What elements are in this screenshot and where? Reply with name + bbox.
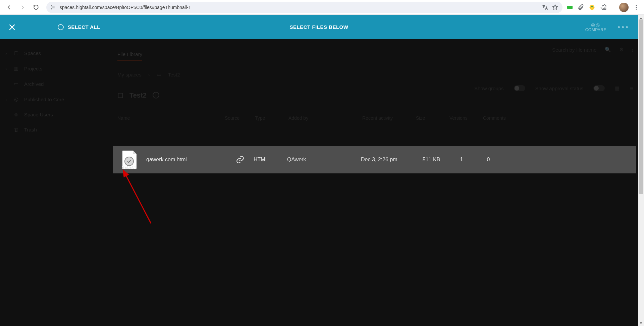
compare-label: COMPARE xyxy=(585,28,606,32)
separator xyxy=(613,4,613,11)
selection-toolbar: SELECT ALL SELECT FILES BELOW ◎◎ COMPARE xyxy=(0,15,638,39)
file-added-by: QAwerk xyxy=(287,157,361,163)
svg-point-2 xyxy=(590,5,595,10)
svg-point-3 xyxy=(636,5,637,6)
file-size: 511 KB xyxy=(415,157,448,163)
file-type: HTML xyxy=(254,157,287,163)
browser-extensions xyxy=(567,3,641,12)
browser-menu-icon[interactable] xyxy=(633,4,639,10)
link-icon xyxy=(227,155,254,164)
check-icon xyxy=(124,157,134,166)
browser-toolbar: spaces.hightail.com/space/BplIoOP5C0/fil… xyxy=(0,0,644,15)
compare-button[interactable]: ◎◎ COMPARE xyxy=(585,22,606,32)
scrollbar-thumb[interactable] xyxy=(639,19,643,194)
address-bar[interactable]: spaces.hightail.com/space/BplIoOP5C0/fil… xyxy=(46,2,562,13)
reload-button[interactable] xyxy=(30,2,42,13)
back-button[interactable] xyxy=(3,2,15,13)
extensions-puzzle-icon[interactable] xyxy=(600,4,607,11)
svg-point-0 xyxy=(51,5,52,6)
file-row[interactable]: SELECT qawerk.com.html HTML QAwerk Dec 3… xyxy=(113,146,636,173)
bookmark-star-icon[interactable] xyxy=(552,4,558,11)
svg-point-1 xyxy=(51,8,52,9)
scroll-down-icon[interactable]: ▼ xyxy=(638,320,644,326)
file-comments: 0 xyxy=(475,157,502,163)
forward-button[interactable] xyxy=(17,2,28,13)
extension-clip-icon[interactable] xyxy=(577,4,584,11)
url-text: spaces.hightail.com/space/BplIoOP5C0/fil… xyxy=(60,5,191,10)
select-all-button[interactable]: SELECT ALL xyxy=(58,24,100,30)
translate-icon[interactable] xyxy=(542,4,548,11)
file-name[interactable]: qawerk.com.html xyxy=(146,157,227,163)
vertical-scrollbar[interactable]: ▲ ▼ xyxy=(638,15,644,326)
file-versions: 1 xyxy=(448,157,475,163)
more-actions-button[interactable] xyxy=(618,26,628,28)
select-label: SELECT xyxy=(122,165,137,169)
file-recent: Dec 3, 2:26 pm xyxy=(361,157,415,163)
close-button[interactable] xyxy=(7,22,17,33)
svg-point-4 xyxy=(636,7,637,8)
select-all-radio-icon xyxy=(58,24,64,30)
svg-point-5 xyxy=(636,8,637,9)
file-select-checkbox[interactable]: SELECT xyxy=(113,151,146,169)
extension-circle-icon[interactable] xyxy=(589,4,595,11)
site-info-icon[interactable] xyxy=(50,4,56,10)
selection-title: SELECT FILES BELOW xyxy=(290,24,348,30)
select-all-label: SELECT ALL xyxy=(68,24,100,30)
compare-icon: ◎◎ xyxy=(585,22,606,28)
profile-avatar[interactable] xyxy=(619,3,629,12)
extension-camera-icon[interactable] xyxy=(567,6,573,9)
